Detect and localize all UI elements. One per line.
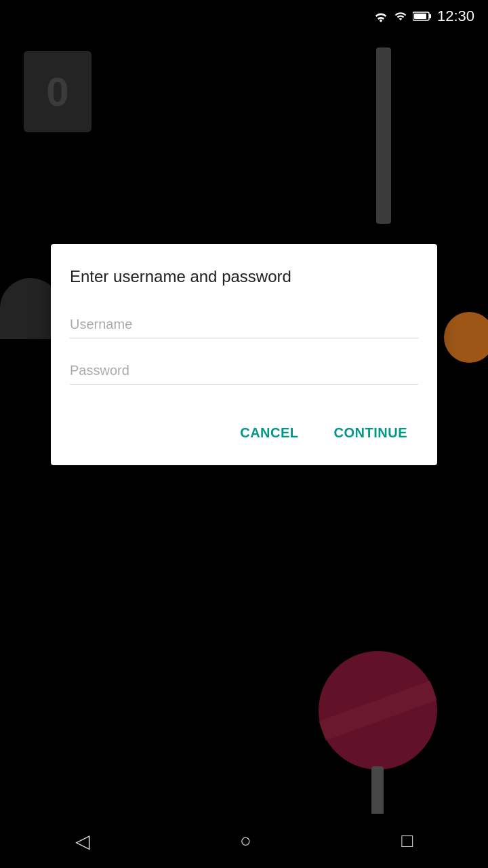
dialog-actions: CANCEL CONTINUE [70,417,418,449]
navigation-bar: ◁ ○ □ [0,814,488,868]
home-button[interactable]: ○ [240,830,251,852]
dialog-overlay: Enter username and password CANCEL CONTI… [0,0,488,868]
username-input[interactable] [70,311,418,338]
svg-rect-2 [414,14,426,19]
continue-button[interactable]: CONTINUE [323,417,418,449]
battery-icon [413,11,432,22]
dialog-title: Enter username and password [70,266,418,287]
status-icons: 12:30 [373,7,474,25]
login-dialog: Enter username and password CANCEL CONTI… [51,244,437,465]
cancel-button[interactable]: CANCEL [229,417,309,449]
password-input[interactable] [70,357,418,384]
signal-icon [394,10,407,22]
status-bar: 12:30 [0,0,488,33]
back-button[interactable]: ◁ [75,830,90,852]
recents-button[interactable]: □ [401,830,413,852]
wifi-icon [373,10,388,22]
svg-rect-1 [429,14,431,18]
status-time: 12:30 [437,7,474,25]
